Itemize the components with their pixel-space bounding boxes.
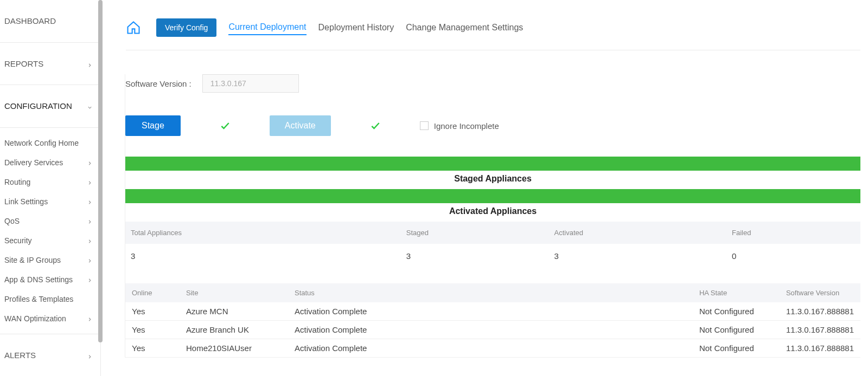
- software-version-row: Software Version :: [125, 74, 860, 93]
- cell-site: Azure MCN: [180, 302, 288, 321]
- tab-deployment-history[interactable]: Deployment History: [318, 21, 394, 35]
- sidebar-item-label: Profiles & Templates: [4, 295, 73, 303]
- activated-appliances-title: Activated Appliances: [125, 206, 860, 216]
- cell-status: Activation Complete: [288, 321, 693, 339]
- software-version-label: Software Version :: [125, 79, 192, 88]
- details-table: Online Site Status HA State Software Ver…: [125, 283, 860, 358]
- chevron-right-icon: [87, 352, 93, 358]
- sidebar-item-routing[interactable]: Routing: [0, 172, 100, 192]
- ignore-incomplete-checkbox[interactable]: Ignore Incomplete: [420, 121, 499, 131]
- chevron-right-icon: [87, 257, 93, 263]
- chevron-right-icon: [87, 237, 93, 243]
- sidebar-item-delivery-services[interactable]: Delivery Services: [0, 153, 100, 172]
- sidebar-item-label: ALERTS: [4, 351, 36, 360]
- verify-config-button[interactable]: Verify Config: [156, 18, 216, 37]
- cell-failed: 0: [726, 244, 860, 268]
- cell-online: Yes: [125, 302, 180, 321]
- sidebar-item-security[interactable]: Security: [0, 231, 100, 250]
- sidebar-item-configuration[interactable]: CONFIGURATION: [0, 85, 100, 128]
- col-ha-state: HA State: [693, 283, 780, 302]
- check-icon: [369, 120, 382, 131]
- table-row: 3 3 3 0: [125, 244, 860, 268]
- action-row: Stage Activate Ignore Incomplete: [125, 115, 860, 136]
- cell-ver: 11.3.0.167.888881: [780, 339, 860, 358]
- stage-button[interactable]: Stage: [125, 115, 181, 136]
- col-software-version: Software Version: [780, 283, 860, 302]
- table-row: Yes Home210SIAUser Activation Complete N…: [125, 339, 860, 358]
- col-total-appliances: Total Appliances: [125, 222, 401, 244]
- chevron-right-icon: [87, 218, 93, 224]
- main-content: Verify Config Current Deployment Deploym…: [101, 0, 868, 376]
- sidebar-item-label: Network Config Home: [4, 139, 79, 147]
- sidebar-item-reports[interactable]: REPORTS: [0, 43, 100, 86]
- cell-staged: 3: [401, 244, 549, 268]
- sidebar-item-site-ip-groups[interactable]: Site & IP Groups: [0, 250, 100, 270]
- sidebar-item-label: Site & IP Groups: [4, 256, 61, 264]
- software-version-input[interactable]: [202, 74, 299, 93]
- col-activated: Activated: [549, 222, 726, 244]
- chevron-right-icon: [87, 315, 93, 321]
- sidebar-item-label: App & DNS Settings: [4, 275, 73, 284]
- sidebar-item-label: QoS: [4, 217, 20, 225]
- sidebar-item-alerts[interactable]: ALERTS: [0, 334, 100, 377]
- table-header-row: Online Site Status HA State Software Ver…: [125, 283, 860, 302]
- col-failed: Failed: [726, 222, 860, 244]
- col-online: Online: [125, 283, 180, 302]
- cell-ha: Not Configured: [693, 339, 780, 358]
- table-header-row: Total Appliances Staged Activated Failed: [125, 222, 860, 244]
- cell-ha: Not Configured: [693, 321, 780, 339]
- sidebar-item-label: WAN Optimization: [4, 314, 66, 323]
- chevron-down-icon: [87, 103, 93, 109]
- sidebar-scrollbar[interactable]: [98, 0, 103, 342]
- sidebar-item-qos[interactable]: QoS: [0, 211, 100, 231]
- home-icon[interactable]: [126, 20, 141, 35]
- cell-online: Yes: [125, 321, 180, 339]
- sidebar-item-app-dns-settings[interactable]: App & DNS Settings: [0, 270, 100, 289]
- cell-ver: 11.3.0.167.888881: [780, 321, 860, 339]
- sidebar-item-link-settings[interactable]: Link Settings: [0, 192, 100, 211]
- sidebar-sub: Network Config Home Delivery Services Ro…: [0, 128, 100, 328]
- table-row: Yes Azure MCN Activation Complete Not Co…: [125, 302, 860, 321]
- col-status: Status: [288, 283, 693, 302]
- cell-status: Activation Complete: [288, 302, 693, 321]
- tabs-row: Verify Config Current Deployment Deploym…: [126, 18, 860, 50]
- sidebar-item-profiles-templates[interactable]: Profiles & Templates: [0, 289, 100, 309]
- cell-online: Yes: [125, 339, 180, 358]
- sidebar-item-label: Security: [4, 236, 32, 245]
- chevron-right-icon: [87, 179, 93, 185]
- cell-ha: Not Configured: [693, 302, 780, 321]
- col-staged: Staged: [401, 222, 549, 244]
- sidebar: DASHBOARD REPORTS CONFIGURATION Network …: [0, 0, 101, 376]
- cell-site: Home210SIAUser: [180, 339, 288, 358]
- summary-table: Total Appliances Staged Activated Failed…: [125, 222, 860, 268]
- activate-button[interactable]: Activate: [270, 115, 331, 136]
- sidebar-item-wan-optimization[interactable]: WAN Optimization: [0, 309, 100, 328]
- sidebar-item-label: DASHBOARD: [4, 16, 56, 25]
- staged-appliances-title: Staged Appliances: [125, 174, 860, 184]
- cell-status: Activation Complete: [288, 339, 693, 358]
- tab-change-management-settings[interactable]: Change Management Settings: [406, 21, 523, 35]
- chevron-right-icon: [87, 61, 93, 67]
- check-icon: [219, 120, 232, 131]
- content-area: Software Version : Stage Activate Ignore…: [125, 74, 860, 358]
- activated-progress-bar: [125, 189, 860, 203]
- table-row: Yes Azure Branch UK Activation Complete …: [125, 321, 860, 339]
- cell-total: 3: [125, 244, 401, 268]
- cell-activated: 3: [549, 244, 726, 268]
- sidebar-item-label: Routing: [4, 178, 30, 186]
- sidebar-item-label: CONFIGURATION: [4, 101, 72, 111]
- staged-progress-bar: [125, 157, 860, 171]
- checkbox-label: Ignore Incomplete: [434, 121, 499, 131]
- cell-ver: 11.3.0.167.888881: [780, 302, 860, 321]
- sidebar-item-dashboard[interactable]: DASHBOARD: [0, 0, 100, 43]
- checkbox-box[interactable]: [420, 121, 429, 130]
- chevron-right-icon: [87, 276, 93, 282]
- col-site: Site: [180, 283, 288, 302]
- tab-current-deployment[interactable]: Current Deployment: [228, 20, 306, 35]
- sidebar-item-network-config-home[interactable]: Network Config Home: [0, 133, 100, 153]
- cell-site: Azure Branch UK: [180, 321, 288, 339]
- sidebar-item-label: Link Settings: [4, 197, 48, 206]
- sidebar-item-label: Delivery Services: [4, 158, 63, 167]
- chevron-right-icon: [87, 159, 93, 165]
- chevron-right-icon: [87, 198, 93, 204]
